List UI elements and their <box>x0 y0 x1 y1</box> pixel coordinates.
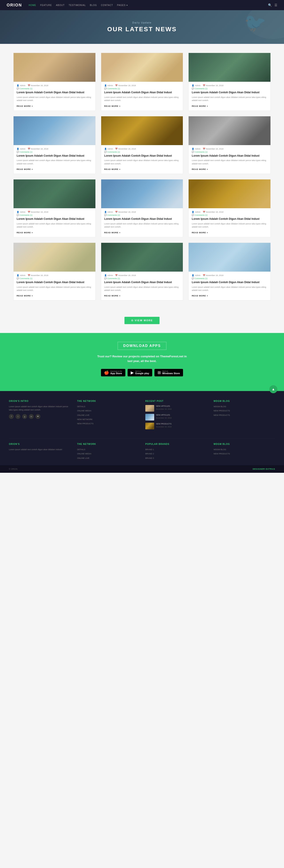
card-image-2[interactable] <box>101 53 183 82</box>
nav-feature[interactable]: FEATURE <box>40 4 52 6</box>
card-readmore-1[interactable]: READ MORE » <box>17 105 33 107</box>
card-readmore-12[interactable]: READ MORE » <box>192 294 208 297</box>
card-meta-4: 👤 Admin 📅 November 18, 2018 <box>17 148 92 150</box>
download-title[interactable]: DOWNLOAD APPS <box>118 342 166 350</box>
card-date-6: 📅 November 18, 2018 <box>203 148 223 150</box>
card-meta-11: 👤 Admin 📅 November 18, 2018 <box>104 274 180 277</box>
menu-icon[interactable]: ☰ <box>275 3 277 7</box>
card-date-12: 📅 November 18, 2018 <box>203 274 223 277</box>
card-date-9: 📅 November 18, 2018 <box>203 211 223 213</box>
nav-home[interactable]: HOME <box>29 4 36 6</box>
card-comments-12: 💬 Comments (1) <box>192 277 267 280</box>
blog-grid: 👤 Admin 📅 November 18, 2018 💬 Comments (… <box>13 53 271 301</box>
card-readmore-9[interactable]: READ MORE » <box>192 231 208 234</box>
footer-wdgm2-title: WDGM BLOG <box>214 443 275 445</box>
footer-bottom: © ORION DESIGNER EXTRAS <box>0 465 284 473</box>
card-meta-7: 👤 Admin 📅 November 18, 2018 <box>17 211 92 213</box>
network-link-online-live[interactable]: ONLINE LIVE <box>77 414 139 417</box>
card-image-3[interactable] <box>189 53 271 82</box>
network-link-new-network[interactable]: NEW NETWORK <box>77 418 139 421</box>
popular-link-3[interactable]: BRAND 3 <box>145 457 207 460</box>
card-image-1[interactable] <box>13 53 95 82</box>
popular-link-2[interactable]: BRAND 2 <box>145 452 207 455</box>
card-title-3: Lorem Ipsum Adalah Contoh Digun Akan Did… <box>192 91 267 94</box>
network2-online-live[interactable]: ONLINE LIVE <box>77 457 139 460</box>
card-image-12[interactable] <box>189 243 271 272</box>
card-image-6[interactable] <box>189 116 271 145</box>
user-icon: 👤 <box>17 148 19 150</box>
wdgm-link-2[interactable]: NEW PRODUCTS <box>214 409 275 412</box>
card-readmore-5[interactable]: READ MORE » <box>104 168 121 170</box>
search-icon[interactable]: 🔍 <box>268 3 272 7</box>
card-readmore-8[interactable]: READ MORE » <box>104 231 121 234</box>
user-icon: 👤 <box>104 148 107 150</box>
card-image-10[interactable] <box>13 243 95 272</box>
network-link-new-products[interactable]: NEW PRODUCTS <box>77 422 139 425</box>
network-link-online-media[interactable]: ONLINE MEDIA <box>77 409 139 412</box>
calendar-icon: 📅 <box>28 84 30 87</box>
card-comments-4: 💬 Comments (1) <box>17 151 92 153</box>
calendar-icon: 📅 <box>203 148 205 150</box>
calendar-icon: 📅 <box>115 148 118 150</box>
logo[interactable]: ORION <box>7 3 22 7</box>
card-title-7: Lorem Ipsum Adalah Contoh Digun Akan Did… <box>17 217 92 221</box>
card-author-8: 👤 Admin <box>104 211 113 213</box>
nav-pages[interactable]: PAGES ▾ <box>117 4 128 6</box>
footer-intro-text: Lorem ipsum adalah text contoh digun aka… <box>9 405 70 412</box>
card-readmore-2[interactable]: READ MORE » <box>104 105 121 107</box>
card-image-11[interactable] <box>101 243 183 272</box>
nav-testimonial[interactable]: TESTIMONIAL <box>68 4 86 6</box>
popular-link-1[interactable]: BRAND 1 <box>145 448 207 451</box>
card-image-9[interactable] <box>189 180 271 208</box>
scroll-top-button[interactable]: ▲ <box>269 385 277 393</box>
card-readmore-4[interactable]: READ MORE » <box>17 168 33 170</box>
calendar-icon: 📅 <box>115 211 118 213</box>
card-image-7[interactable] <box>13 180 95 208</box>
card-readmore-7[interactable]: READ MORE » <box>17 231 33 234</box>
footer-col-intro: ORION'S INTRO Lorem ipsum adalah text co… <box>9 400 70 432</box>
card-meta-6: 👤 Admin 📅 November 18, 2018 <box>192 148 267 150</box>
social-linkedin[interactable]: in <box>29 414 34 419</box>
view-more-button[interactable]: ⊙ VIEW MORE <box>124 317 160 324</box>
user-icon: 👤 <box>104 84 107 87</box>
footer-recent-title: RECENT POST <box>145 400 207 402</box>
card-readmore-3[interactable]: READ MORE » <box>192 105 208 107</box>
network2-online-media[interactable]: ONLINE MEDIA <box>77 452 139 455</box>
wdgm-link-3[interactable]: NEW PRODUCTS <box>214 414 275 417</box>
footer-copyright: © ORION <box>9 468 18 470</box>
nav-blog[interactable]: BLOG <box>90 4 97 6</box>
network-link-details[interactable]: DETAILS <box>77 405 139 408</box>
network2-details[interactable]: DETAILS <box>77 448 139 451</box>
app-store-button[interactable]: 🍎 Download on the App Store <box>101 369 125 376</box>
social-twitter[interactable]: t <box>16 414 21 419</box>
card-author-3: 👤 Admin <box>192 84 201 87</box>
card-readmore-10[interactable]: READ MORE » <box>17 294 33 297</box>
blog-card: 👤 Admin 📅 November 18, 2018 💬 Comments (… <box>101 116 183 174</box>
card-title-1: Lorem Ipsum Adalah Contoh Digun Akan Did… <box>17 91 92 94</box>
card-readmore-11[interactable]: READ MORE » <box>104 294 121 297</box>
windows-store-button[interactable]: ⊞ Get it on Windows Store <box>154 369 183 376</box>
social-google[interactable]: g <box>22 414 27 419</box>
calendar-icon: 📅 <box>203 211 205 213</box>
card-author-1: 👤 Admin <box>17 84 26 87</box>
card-image-8[interactable] <box>101 180 183 208</box>
card-date-2: 📅 November 18, 2018 <box>115 84 136 87</box>
card-excerpt-7: Lorem ipsum adalah text contoh digun aka… <box>17 222 92 229</box>
card-image-4[interactable] <box>13 116 95 145</box>
nav-about[interactable]: ABOUT <box>56 4 64 6</box>
wdgm2-link-2[interactable]: NEW PRODUCTS <box>214 452 275 455</box>
card-comments-2: 💬 Comments (1) <box>104 88 180 90</box>
wdgm2-link-1[interactable]: WDGM BLOG <box>214 448 275 451</box>
footer-wdgm-title: WDGM BLOG <box>214 400 275 402</box>
card-readmore-6[interactable]: READ MORE » <box>192 168 208 170</box>
footer: ORION'S INTRO Lorem ipsum adalah text co… <box>0 391 284 473</box>
card-title-9: Lorem Ipsum Adalah Contoh Digun Akan Did… <box>192 217 267 221</box>
footer-col-orion2: ORION'S Lorem ipsum adalah text contoh d… <box>9 443 70 461</box>
google-play-button[interactable]: ▶ Get it on Google play <box>127 369 152 376</box>
nav-contact[interactable]: CONTACT <box>101 4 113 6</box>
social-heart[interactable]: ❤ <box>35 414 40 419</box>
card-excerpt-9: Lorem ipsum adalah text contoh digun aka… <box>192 222 267 229</box>
wdgm-link-1[interactable]: WDGM BLOG <box>214 405 275 408</box>
social-facebook[interactable]: f <box>9 414 14 419</box>
card-image-5[interactable] <box>101 116 183 145</box>
